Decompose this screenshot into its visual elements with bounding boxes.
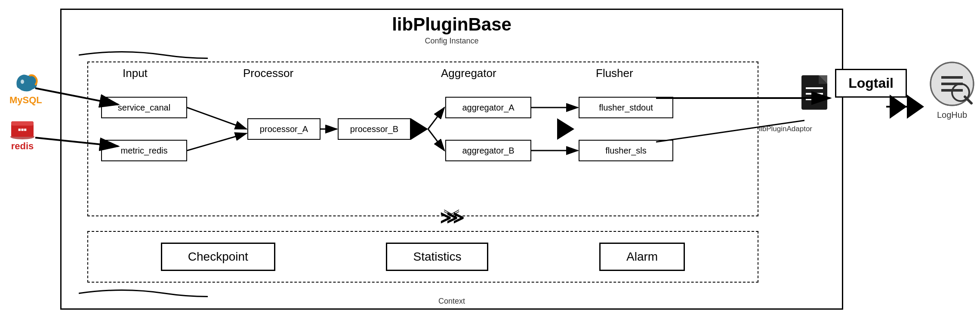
- svg-line-7: [187, 108, 247, 129]
- checkpoint-box: Checkpoint: [161, 243, 275, 271]
- flusher-stdout-box: flusher_stdout: [579, 97, 673, 118]
- adaptor-label: libPluginAdaptor: [759, 125, 812, 133]
- processor-a-box: processor_A: [247, 118, 321, 140]
- aggregator-b-box: aggregator_B: [445, 140, 531, 161]
- statistics-box: Statistics: [386, 243, 488, 271]
- main-box: libPluginBase Config Instance Input Proc…: [60, 9, 843, 310]
- svg-line-13: [428, 129, 444, 151]
- aggregator-a-box: aggregator_A: [445, 97, 531, 118]
- header-input: Input: [123, 67, 148, 80]
- pipeline-arrows: [88, 62, 758, 215]
- svg-marker-14: [557, 118, 574, 140]
- redis-label: redis: [11, 141, 34, 152]
- loghub-label: LogHub: [937, 110, 967, 120]
- diagram-container: MySQL ■■■ redis libPluginBase Config Ins…: [0, 0, 980, 320]
- svg-text:■■■: ■■■: [18, 127, 27, 132]
- header-flusher: Flusher: [596, 67, 633, 80]
- header-aggregator: Aggregator: [441, 67, 496, 80]
- alarm-box: Alarm: [599, 243, 685, 271]
- bottom-components-box: Checkpoint Statistics Alarm: [87, 231, 758, 283]
- svg-marker-10: [411, 118, 428, 140]
- service-canal-box: service_canal: [101, 97, 187, 118]
- wavy-bottom-line: [79, 287, 208, 300]
- header-processor: Processor: [243, 67, 293, 80]
- processor-b-box: processor_B: [338, 118, 411, 140]
- wavy-top-line: [79, 49, 208, 62]
- document-icon: [799, 73, 834, 116]
- main-title: libPluginBase: [392, 14, 512, 35]
- svg-rect-3: [11, 121, 34, 126]
- metric-redis-box: metric_redis: [101, 140, 187, 161]
- svg-line-8: [187, 133, 247, 151]
- mysql-label: MySQL: [9, 95, 42, 106]
- mysql-logo: MySQL: [9, 72, 42, 106]
- svg-line-12: [428, 108, 444, 129]
- redis-logo: ■■■ redis: [9, 116, 35, 152]
- chevron-up-rotated: 《: [440, 209, 464, 226]
- svg-point-0: [21, 80, 24, 84]
- flusher-sls-box: flusher_sls: [579, 140, 673, 161]
- pipeline-box: Input Processor Aggregator Flusher servi…: [87, 62, 758, 216]
- config-instance-label: Config Instance: [425, 37, 478, 46]
- loghub-circle: LogHub: [928, 60, 976, 120]
- logtail-box: Logtail: [835, 69, 907, 98]
- context-label: Context: [438, 297, 465, 306]
